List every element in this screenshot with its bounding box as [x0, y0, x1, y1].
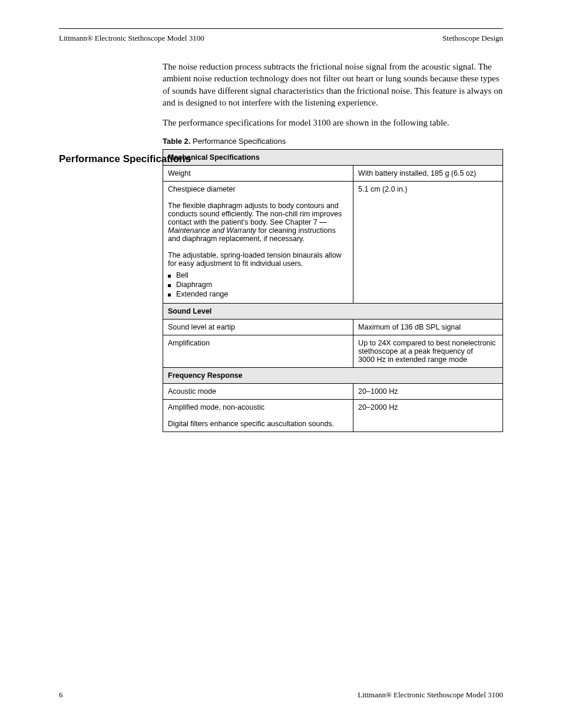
table-caption-label: Table 2.: [163, 137, 190, 146]
list-item: Extended range: [168, 290, 348, 298]
table-cell-value: With battery installed, 185 g (6.5 oz): [353, 166, 503, 182]
table-cell-value: 5.1 cm (2.0 in.): [353, 182, 503, 304]
table-section-title: Sound Level: [163, 304, 503, 319]
table-row: Sound level at eartipMaximum of 136 dB S…: [163, 319, 503, 335]
page: Littmann® Electronic Stethoscope Model 3…: [0, 0, 562, 728]
header-left: Littmann® Electronic Stethoscope Model 3…: [59, 34, 204, 43]
table-section-title: Frequency Response: [163, 368, 503, 384]
footer-right: Littmann® Electronic Stethoscope Model 3…: [358, 690, 503, 700]
table-row: Amplified mode, non-acousticDigital filt…: [163, 400, 503, 432]
table-cell-value: 20–2000 Hz: [353, 400, 503, 432]
table-cell-label: Acoustic mode: [163, 384, 353, 400]
table-section-header: Mechanical Specifications: [163, 150, 503, 166]
body-column: The noise reduction process subtracts th…: [163, 61, 503, 129]
running-header: Littmann® Electronic Stethoscope Model 3…: [59, 34, 503, 43]
table-row: WeightWith battery installed, 185 g (6.5…: [163, 166, 503, 182]
table-cell-value: Up to 24X compared to best nonelectronic…: [353, 335, 503, 368]
table-body: Mechanical SpecificationsWeightWith batt…: [163, 150, 503, 432]
performance-spec-table: Mechanical SpecificationsWeightWith batt…: [163, 149, 503, 432]
table-section-header: Frequency Response: [163, 368, 503, 384]
section-heading: Performance Specifications: [59, 153, 191, 165]
table-cell-value: Maximum of 136 dB SPL signal: [353, 319, 503, 335]
intro-paragraph-2: The performance specifications for model…: [163, 117, 503, 129]
page-number: 6: [59, 690, 63, 700]
table-section-header: Sound Level: [163, 304, 503, 319]
mode-list: BellDiaphragmExtended range: [168, 271, 348, 298]
table-cell-value: 20–1000 Hz: [353, 384, 503, 400]
table-row: Chestpiece diameterThe flexible diaphrag…: [163, 182, 503, 304]
table-cell-label: Chestpiece diameterThe flexible diaphrag…: [163, 182, 353, 304]
running-footer: 6 Littmann® Electronic Stethoscope Model…: [59, 690, 503, 700]
header-right: Stethoscope Design: [442, 34, 503, 43]
table-row: Acoustic mode20–1000 Hz: [163, 384, 503, 400]
list-item: Bell: [168, 271, 348, 279]
table-cell-label: Amplified mode, non-acousticDigital filt…: [163, 400, 353, 432]
table-block: Table 2. Performance Specifications Mech…: [163, 137, 503, 432]
table-cell-label: Weight: [163, 166, 353, 182]
table-caption-text: Performance Specifications: [190, 137, 286, 146]
header-rule: [59, 28, 503, 29]
table-caption: Table 2. Performance Specifications: [163, 137, 503, 146]
table-row: AmplificationUp to 24X compared to best …: [163, 335, 503, 368]
table-cell-label: Amplification: [163, 335, 353, 368]
table-cell-label: Sound level at eartip: [163, 319, 353, 335]
table-section-title: Mechanical Specifications: [163, 150, 503, 166]
list-item: Diaphragm: [168, 281, 348, 289]
intro-paragraph-1: The noise reduction process subtracts th…: [163, 61, 503, 108]
